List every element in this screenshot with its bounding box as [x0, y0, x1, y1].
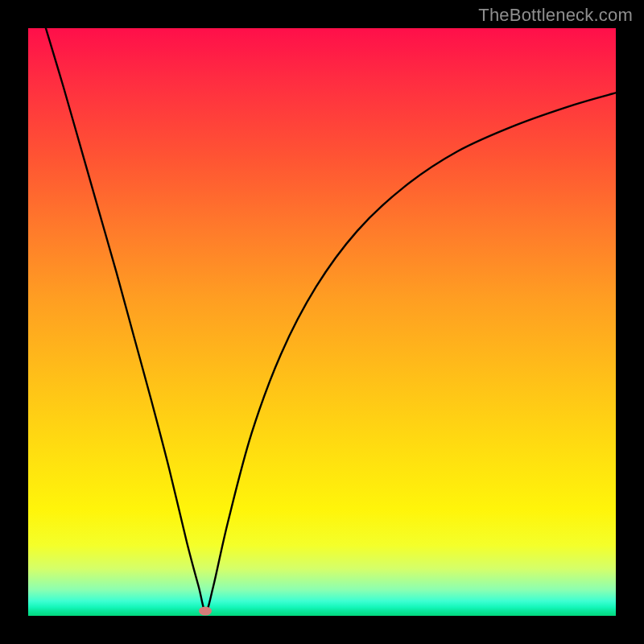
- chart-frame: TheBottleneck.com: [0, 0, 644, 644]
- minimum-marker: [199, 607, 212, 616]
- watermark-text: TheBottleneck.com: [478, 5, 633, 26]
- bottleneck-curve: [28, 28, 616, 616]
- plot-area: [28, 28, 616, 616]
